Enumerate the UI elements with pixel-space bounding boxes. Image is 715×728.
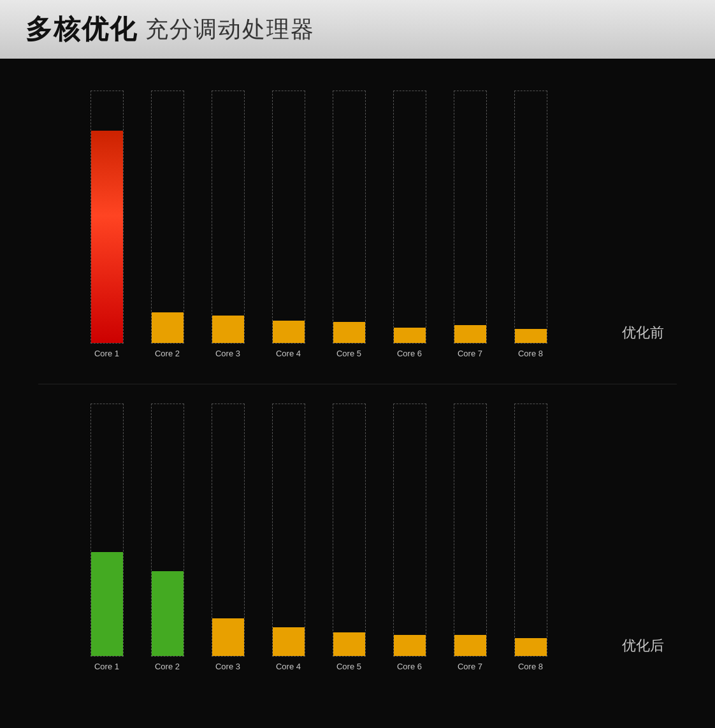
header: 多核优化 充分调动处理器 bbox=[0, 0, 715, 59]
bar-wrapper-3: Core 4 bbox=[258, 404, 319, 671]
bar-container-0 bbox=[90, 404, 124, 657]
bar-label-7: Core 8 bbox=[518, 662, 543, 671]
bar-container-5 bbox=[393, 91, 426, 344]
bar-fill-7 bbox=[515, 638, 547, 656]
bar-label-5: Core 6 bbox=[397, 349, 422, 358]
bar-wrapper-5: Core 6 bbox=[379, 91, 440, 358]
after-label: 优化后 bbox=[622, 636, 664, 655]
section-divider bbox=[38, 384, 677, 384]
bar-wrapper-4: Core 5 bbox=[319, 404, 379, 671]
bar-fill-7 bbox=[515, 329, 547, 343]
bar-fill-3 bbox=[273, 321, 305, 343]
bar-wrapper-1: Core 2 bbox=[137, 404, 198, 671]
bar-container-6 bbox=[454, 404, 487, 657]
bar-container-0 bbox=[90, 91, 124, 344]
header-light: 充分调动处理器 bbox=[145, 14, 315, 45]
bar-label-1: Core 2 bbox=[155, 349, 180, 358]
bar-fill-2 bbox=[212, 316, 244, 343]
before-label: 优化前 bbox=[622, 323, 664, 342]
bar-wrapper-7: Core 8 bbox=[500, 91, 561, 358]
bar-container-7 bbox=[514, 404, 547, 657]
bar-fill-2 bbox=[212, 618, 244, 656]
bar-container-1 bbox=[151, 404, 184, 657]
bar-fill-5 bbox=[394, 328, 426, 343]
bar-label-6: Core 7 bbox=[458, 662, 482, 671]
bar-label-2: Core 3 bbox=[215, 349, 240, 358]
bar-fill-6 bbox=[454, 635, 486, 656]
bar-label-3: Core 4 bbox=[276, 349, 301, 358]
header-bold: 多核优化 bbox=[25, 11, 138, 47]
after-chart-section: Core 1Core 2Core 3Core 4Core 5Core 6Core… bbox=[38, 404, 677, 671]
bar-wrapper-6: Core 7 bbox=[440, 91, 500, 358]
before-chart-section: Core 1Core 2Core 3Core 4Core 5Core 6Core… bbox=[38, 91, 677, 358]
bar-label-5: Core 6 bbox=[397, 662, 422, 671]
bar-wrapper-2: Core 3 bbox=[198, 404, 258, 671]
bar-fill-5 bbox=[394, 635, 426, 656]
bar-fill-3 bbox=[273, 627, 305, 656]
bar-wrapper-4: Core 5 bbox=[319, 91, 379, 358]
bar-wrapper-7: Core 8 bbox=[500, 404, 561, 671]
bar-label-7: Core 8 bbox=[518, 349, 543, 358]
bar-fill-4 bbox=[333, 632, 365, 656]
bar-label-4: Core 5 bbox=[336, 349, 361, 358]
bar-wrapper-5: Core 6 bbox=[379, 404, 440, 671]
bar-container-3 bbox=[272, 91, 305, 344]
main-content: Core 1Core 2Core 3Core 4Core 5Core 6Core… bbox=[0, 59, 715, 716]
bar-label-0: Core 1 bbox=[94, 662, 119, 671]
bar-fill-0 bbox=[91, 131, 123, 343]
bar-label-1: Core 2 bbox=[155, 662, 180, 671]
bar-container-2 bbox=[212, 91, 245, 344]
bar-fill-1 bbox=[152, 571, 184, 656]
bar-label-6: Core 7 bbox=[458, 349, 482, 358]
bar-container-4 bbox=[333, 404, 366, 657]
bar-label-3: Core 4 bbox=[276, 662, 301, 671]
bar-label-2: Core 3 bbox=[215, 662, 240, 671]
bar-wrapper-6: Core 7 bbox=[440, 404, 500, 671]
bar-wrapper-0: Core 1 bbox=[76, 91, 137, 358]
bar-container-7 bbox=[514, 91, 547, 344]
bar-container-3 bbox=[272, 404, 305, 657]
bar-wrapper-0: Core 1 bbox=[76, 404, 137, 671]
bar-container-4 bbox=[333, 91, 366, 344]
bar-wrapper-1: Core 2 bbox=[137, 91, 198, 358]
bar-container-2 bbox=[212, 404, 245, 657]
before-bars-row: Core 1Core 2Core 3Core 4Core 5Core 6Core… bbox=[38, 91, 677, 358]
bar-fill-4 bbox=[333, 322, 365, 343]
bar-label-4: Core 5 bbox=[336, 662, 361, 671]
bar-wrapper-2: Core 3 bbox=[198, 91, 258, 358]
after-bars-row: Core 1Core 2Core 3Core 4Core 5Core 6Core… bbox=[38, 404, 677, 671]
bar-fill-6 bbox=[454, 325, 486, 343]
bar-container-5 bbox=[393, 404, 426, 657]
bar-label-0: Core 1 bbox=[94, 349, 119, 358]
bar-wrapper-3: Core 4 bbox=[258, 91, 319, 358]
bar-fill-1 bbox=[152, 312, 184, 343]
bar-fill-0 bbox=[91, 552, 123, 656]
bar-container-1 bbox=[151, 91, 184, 344]
bar-container-6 bbox=[454, 91, 487, 344]
